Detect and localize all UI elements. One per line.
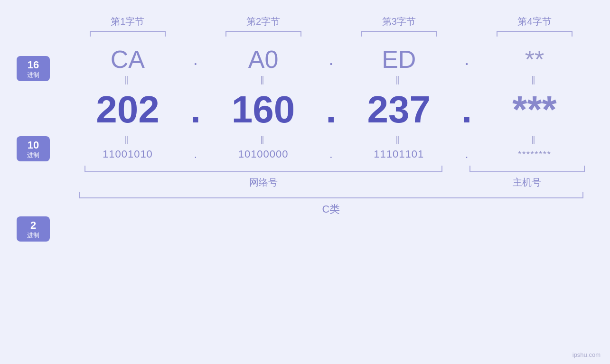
bin-val-2: 10100000: [211, 148, 316, 160]
col3-label: 第3字节: [382, 15, 416, 28]
col-header-4: 第4字节: [482, 15, 587, 37]
hex-sep-2: .: [324, 49, 338, 69]
dec-sep-2: .: [324, 88, 338, 131]
hex-val-2: A0: [211, 45, 316, 74]
hex-badge-num: 16: [21, 59, 45, 71]
bin-val-4: ********: [482, 149, 587, 160]
host-bracket: [469, 166, 585, 172]
bin-val-3: 11101101: [347, 148, 451, 160]
eq2-3: ‖: [347, 134, 451, 145]
network-label: 网络号: [249, 176, 278, 189]
dec-val-3: 237: [347, 88, 451, 131]
bin-sep-2: .: [324, 148, 338, 161]
dec-badge-unit: 进制: [21, 151, 45, 159]
bin-sep-1: .: [188, 148, 203, 161]
col-header-2: 第2字节: [211, 15, 316, 37]
eq2-2: ‖: [211, 134, 316, 145]
bin-badge: 2 进制: [17, 216, 50, 242]
hex-val-4: **: [482, 45, 587, 74]
dec-badge: 10 进制: [17, 136, 50, 162]
col1-bracket: [90, 31, 166, 37]
main-container: 16 进制 10 进制 2 进制 第1字节 第2字节 第3字节: [0, 0, 610, 364]
col4-bracket: [497, 31, 572, 37]
col3-bracket: [361, 31, 437, 37]
dec-val-2: 160: [211, 88, 316, 131]
hex-sep-1: .: [188, 49, 203, 69]
hex-badge-unit: 进制: [21, 71, 45, 79]
col1-label: 第1字节: [111, 15, 144, 28]
eq1-2: ‖: [211, 75, 316, 85]
col-header-3: 第3字节: [347, 15, 451, 37]
host-label: 主机号: [513, 176, 541, 189]
class-bracket: [79, 192, 583, 198]
eq2-1: ‖: [75, 134, 180, 145]
bin-badge-unit: 进制: [21, 232, 45, 239]
class-label: C类: [322, 202, 340, 216]
hex-sep-3: .: [460, 49, 474, 69]
network-bracket: [84, 166, 442, 172]
col4-label: 第4字节: [517, 15, 551, 28]
eq1-4: ‖: [482, 75, 587, 85]
eq1-3: ‖: [347, 75, 451, 85]
col2-label: 第2字节: [246, 15, 280, 28]
hex-val-1: CA: [75, 45, 180, 74]
eq2-4: ‖: [482, 134, 587, 145]
col-header-1: 第1字节: [75, 15, 180, 37]
bin-val-1: 11001010: [75, 148, 180, 160]
watermark: ipshu.com: [572, 351, 601, 358]
hex-val-3: ED: [347, 45, 451, 74]
bin-sep-3: .: [460, 148, 474, 161]
dec-badge-num: 10: [21, 139, 45, 151]
col2-bracket: [225, 31, 301, 37]
dec-val-4: ***: [482, 88, 587, 131]
bin-badge-num: 2: [21, 219, 45, 232]
dec-sep-1: .: [188, 88, 203, 131]
hex-badge: 16 进制: [17, 56, 50, 82]
dec-val-1: 202: [75, 88, 180, 131]
dec-sep-3: .: [460, 88, 474, 131]
eq1-1: ‖: [75, 75, 180, 85]
